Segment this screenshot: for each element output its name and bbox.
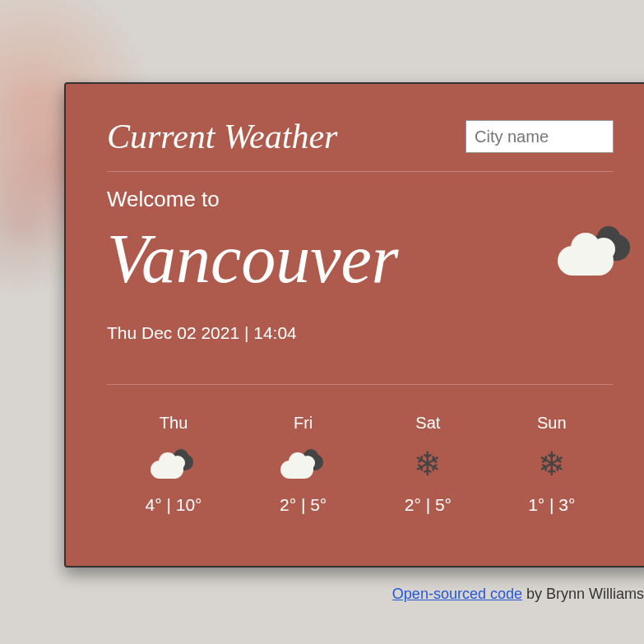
day-label: Thu <box>160 414 188 433</box>
temp-range: 2° | 5° <box>280 495 327 515</box>
snowflake-icon: ❄ <box>414 447 442 480</box>
temp-range: 4° | 10° <box>146 495 202 515</box>
snowflake-icon: ❄ <box>538 447 566 480</box>
cloudy-icon <box>149 447 198 480</box>
forecast-day: Fri 2° | 5° <box>279 414 328 515</box>
welcome-label: Welcome to <box>107 187 614 212</box>
day-label: Fri <box>294 414 313 433</box>
app-title: Current Weather <box>107 117 337 156</box>
forecast-row: Thu 4° | 10° Fri 2° | 5° Sat ❄ 2° <box>107 414 614 515</box>
forecast-day: Sat ❄ 2° | 5° <box>405 414 452 515</box>
forecast-day: Sun ❄ 1° | 3° <box>528 414 575 515</box>
temp-range: 1° | 3° <box>528 495 575 515</box>
day-label: Sat <box>415 414 440 433</box>
weather-card: Current Weather Welcome to Vancouver Thu… <box>64 82 644 568</box>
footer: Open-sourced code by Brynn Williams <box>392 586 644 603</box>
cloudy-icon <box>556 225 638 278</box>
cloudy-icon <box>279 447 328 480</box>
city-row: Vancouver <box>107 212 614 299</box>
source-link[interactable]: Open-sourced code <box>392 586 522 602</box>
temp-range: 2° | 5° <box>405 495 452 515</box>
header-row: Current Weather <box>107 117 614 172</box>
day-label: Sun <box>537 414 567 433</box>
datetime-label: Thu Dec 02 2021 | 14:04 <box>107 323 614 385</box>
city-search-input[interactable] <box>466 120 614 153</box>
byline: by Brynn Williams <box>522 586 644 602</box>
welcome-section: Welcome to Vancouver Thu Dec 02 2021 | 1… <box>107 187 614 385</box>
forecast-day: Thu 4° | 10° <box>146 414 202 515</box>
city-name: Vancouver <box>107 219 399 299</box>
